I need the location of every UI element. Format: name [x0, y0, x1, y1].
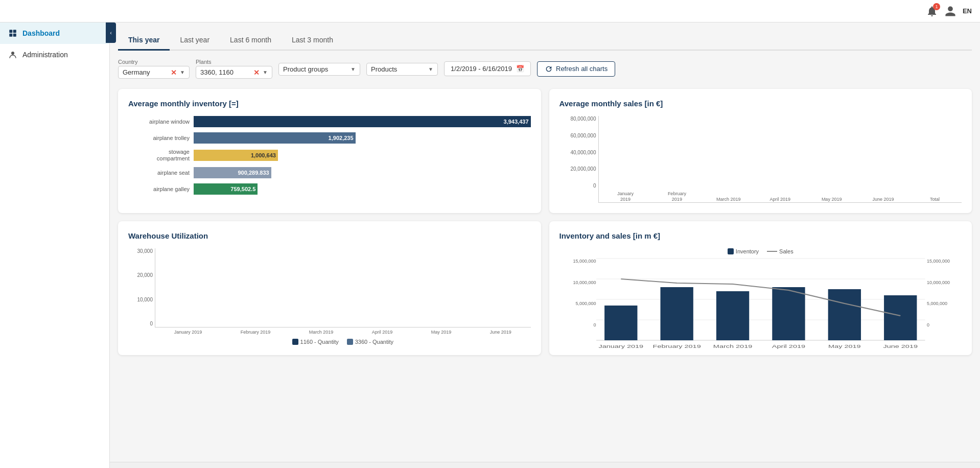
sales-y-axis: 80,000,000 60,000,000 40,000,000 20,000,…	[559, 116, 596, 203]
tab-last-year[interactable]: Last year	[170, 31, 220, 51]
tab-last-6-month[interactable]: Last 6 month	[220, 31, 282, 51]
bar-value-2: 1,000,643	[251, 152, 276, 158]
tab-last-3-month[interactable]: Last 3 month	[282, 31, 343, 51]
y-label-40m: 40,000,000	[570, 150, 596, 155]
x-label-apr: April 2019	[772, 344, 805, 349]
bar-container-1: 1,902,235	[194, 132, 531, 144]
wh-y-0: 0	[150, 321, 153, 326]
legend-dot-3360	[347, 339, 353, 345]
wh-y-20k: 20,000	[137, 272, 153, 278]
bar-label-total: Total	[930, 197, 940, 202]
x-label-may: May 2019	[828, 344, 861, 349]
sales-bars: January2019 February2019 March 2019 Apri…	[598, 116, 962, 203]
wh-y-30k: 30,000	[137, 248, 153, 254]
bar-label-0: airplane window	[128, 119, 190, 125]
inv-yr-10m: 10,000,000	[927, 280, 950, 285]
horizontal-scrollbar[interactable]	[110, 462, 980, 468]
inventory-sales-title: Inventory and sales [in m €]	[559, 231, 962, 240]
bar-value-0: 3,943,437	[504, 119, 529, 125]
warehouse-bars	[155, 248, 531, 327]
bar-label-apr: April 2019	[769, 197, 790, 202]
country-filter-group: Country Germany France USA ✕ ▼	[118, 59, 190, 79]
legend-label-inventory: Inventory	[736, 248, 759, 254]
inv-bar-mar	[716, 291, 749, 340]
x-label-feb: February 2019	[652, 344, 701, 349]
bar-label-feb: February2019	[668, 191, 686, 202]
bar-container-3: 900,289.833	[194, 167, 531, 178]
wh-y-10k: 10,000	[137, 297, 153, 302]
sidebar-label-dashboard: Dashboard	[22, 29, 60, 37]
charts-grid: Average monthly inventory [=] airplane w…	[118, 89, 972, 355]
svg-point-4	[11, 52, 14, 55]
products-filter[interactable]: Products Airplane window ▼	[366, 63, 438, 76]
bar-label-1: airplane trolley	[128, 135, 190, 141]
svg-rect-3	[13, 34, 16, 37]
plants-dropdown-arrow: ▼	[263, 69, 268, 75]
wh-x-jan: January 2019	[174, 330, 202, 335]
warehouse-legend: 1160 - Quantity 3360 - Quantity	[155, 339, 531, 345]
svg-rect-1	[13, 30, 16, 33]
bar-value-4: 759,502.5	[230, 186, 255, 192]
plants-filter-group: Plants 3360, 1160 3360 1160 ✕ ▼	[196, 59, 272, 79]
sidebar-item-administration[interactable]: Administration	[0, 44, 109, 65]
wh-x-feb: February 2019	[241, 330, 271, 335]
sidebar-item-dashboard[interactable]: Dashboard	[0, 22, 109, 44]
warehouse-title: Warehouse Utilization	[128, 231, 531, 240]
tab-this-year[interactable]: This year	[118, 31, 170, 51]
products-select[interactable]: Products Airplane window	[371, 65, 428, 73]
warehouse-y-axis: 30,000 20,000 10,000 0	[128, 248, 153, 345]
user-icon[interactable]	[944, 5, 956, 17]
warehouse-chart: Warehouse Utilization 30,000 20,000 10,0…	[118, 221, 541, 355]
inventory-sales-chart: Inventory and sales [in m €] Inventory S…	[549, 221, 972, 355]
sidebar-collapse-button[interactable]: ‹	[106, 22, 116, 43]
inventory-bar-row-4: airplane galley 759,502.5	[128, 183, 531, 195]
legend-inventory: Inventory	[728, 248, 759, 254]
avg-sales-chart: Average monthly sales [in €] 80,000,000 …	[549, 89, 972, 213]
legend-1160: 1160 - Quantity	[292, 339, 339, 345]
inventory-bar-row-1: airplane trolley 1,902,235	[128, 132, 531, 144]
sales-bar-feb: February2019	[652, 190, 702, 202]
bar-value-1: 1,902,235	[329, 135, 354, 141]
country-filter[interactable]: Germany France USA ✕ ▼	[118, 66, 190, 79]
inv-sales-svg: January 2019 February 2019 March 2019 Ap…	[596, 259, 925, 340]
y-label-60m: 60,000,000	[570, 133, 596, 138]
x-label-jan: January 2019	[598, 344, 643, 349]
y-label-80m: 80,000,000	[570, 116, 596, 122]
date-range-value: 1/2/2019 - 6/16/2019	[451, 65, 512, 73]
product-groups-select[interactable]: Product groups Group A	[283, 65, 351, 73]
sales-bar-apr: April 2019	[755, 195, 805, 202]
inv-yr-15m: 15,000,000	[927, 259, 950, 264]
refresh-icon	[545, 65, 553, 73]
warehouse-bars-wrap: January 2019 February 2019 March 2019 Ap…	[155, 248, 531, 345]
inventory-bar-row-3: airplane seat 900,289.833	[128, 167, 531, 178]
bar-label-2: stowagecompartment	[128, 149, 190, 162]
inv-yr-0: 0	[927, 322, 929, 327]
plants-clear-button[interactable]: ✕	[253, 68, 260, 77]
product-groups-filter[interactable]: Product groups Group A ▼	[278, 63, 360, 76]
inventory-bar-chart: airplane window 3,943,437 airplane troll…	[128, 116, 531, 195]
country-clear-button[interactable]: ✕	[171, 68, 177, 77]
x-label-jun: June 2019	[883, 344, 918, 349]
plants-filter[interactable]: 3360, 1160 3360 1160 ✕ ▼	[196, 66, 272, 79]
bar-label-may: May 2019	[822, 197, 842, 202]
bar-container-2: 1,000,643	[194, 150, 531, 161]
avg-inventory-title: Average monthly inventory [=]	[128, 99, 531, 108]
bar-label-mar: March 2019	[716, 197, 741, 202]
product-groups-arrow: ▼	[351, 66, 356, 72]
inv-y-axis-left: 15,000,000 10,000,000 5,000,000 0	[559, 259, 596, 342]
notifications-icon[interactable]: 1	[926, 5, 938, 17]
date-range-filter[interactable]: 1/2/2019 - 6/16/2019 📅	[444, 61, 531, 76]
refresh-all-charts-button[interactable]: Refresh all charts	[537, 61, 615, 77]
language-selector[interactable]: EN	[963, 7, 972, 15]
inv-bar-apr	[772, 287, 805, 340]
wh-x-mar: March 2019	[309, 330, 334, 335]
y-label-0: 0	[593, 183, 596, 189]
legend-label-1160: 1160 - Quantity	[300, 339, 339, 345]
legend-dot-1160	[292, 339, 298, 345]
filters-bar: Country Germany France USA ✕ ▼ Plants 33…	[118, 59, 972, 79]
warehouse-x-labels: January 2019 February 2019 March 2019 Ap…	[155, 330, 531, 335]
inv-bar-jan	[604, 306, 637, 340]
sales-bar-mar: March 2019	[704, 195, 753, 202]
y-label-20m: 20,000,000	[570, 166, 596, 172]
legend-line-sales	[767, 251, 777, 252]
